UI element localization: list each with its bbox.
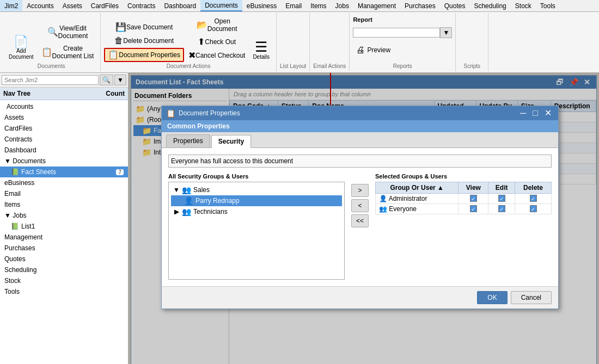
preview-button[interactable]: 🖨 Preview <box>353 44 452 57</box>
delete-document-button[interactable]: 🗑 Delete Document <box>104 34 184 47</box>
everyone-edit-checkbox[interactable]: ✓ <box>498 205 505 212</box>
dialog-maximize-button[interactable]: □ <box>530 109 540 118</box>
menu-management[interactable]: Management <box>353 0 400 11</box>
dialog-minimize-button[interactable]: ─ <box>518 109 528 118</box>
document-properties-dialog: 📋 Document Properties ─ □ ✕ Common Prope… <box>161 106 559 309</box>
nav-item-list1[interactable]: 📗 List1 <box>0 221 128 232</box>
menu-documents[interactable]: Documents <box>200 0 242 11</box>
remove-from-selected-button[interactable]: < <box>351 199 369 212</box>
view-edit-button[interactable]: 🔍 View/EditDocument <box>38 22 97 42</box>
cancel-button[interactable]: Cancel <box>511 291 552 304</box>
technicians-group-icon: 👥 <box>182 207 191 216</box>
delete-icon: 🗑 <box>114 36 123 45</box>
nav-item-management[interactable]: Management <box>0 232 128 243</box>
tab-security[interactable]: Security <box>211 135 251 148</box>
menu-stock[interactable]: Stock <box>511 0 536 11</box>
admin-view-cell: ✓ <box>459 194 488 204</box>
document-properties-button[interactable]: 📋 Document Properties <box>104 48 184 62</box>
col-edit[interactable]: Edit <box>488 182 515 194</box>
menu-contracts[interactable]: Contracts <box>123 0 160 11</box>
security-middle-buttons: > < << <box>349 173 371 238</box>
save-document-button[interactable]: 💾 Save Document <box>104 21 184 34</box>
security-tree: ▼ 👥 Sales 👤 Parry Rednapp <box>169 182 344 219</box>
nav-item-purchases[interactable]: Purchases <box>0 243 128 254</box>
admin-delete-cell: ✓ <box>515 194 552 204</box>
open-document-button[interactable]: 📂 OpenDocument <box>185 15 248 35</box>
count-label: Count <box>106 90 125 97</box>
menu-cardfiles[interactable]: CardFiles <box>87 0 123 11</box>
nav-item-tools[interactable]: Tools <box>0 286 128 297</box>
ribbon: 📄 AddDocument 🔍 View/EditDocument 📋 Crea… <box>0 12 599 73</box>
admin-delete-checkbox[interactable]: ✓ <box>530 195 537 202</box>
menu-jim2[interactable]: Jim2 <box>0 0 22 11</box>
nav-item-items[interactable]: Items <box>0 199 128 210</box>
ribbon-buttons-docs: 📄 AddDocument 🔍 View/EditDocument 📋 Crea… <box>5 15 97 62</box>
search-input[interactable] <box>2 75 99 85</box>
selected-table: Group Or User ▲ View Edit Delete <box>375 182 552 214</box>
menu-items[interactable]: Items <box>306 0 331 11</box>
security-right-panel: Selected Groups & Users Group Or User ▲ … <box>375 173 552 214</box>
security-tree-container[interactable]: ▼ 👥 Sales 👤 Parry Rednapp <box>168 182 345 280</box>
add-to-selected-button[interactable]: > <box>351 184 369 197</box>
nav-item-jobs[interactable]: ▼ Jobs <box>0 210 128 221</box>
col-delete[interactable]: Delete <box>515 182 552 194</box>
expand-sales-icon[interactable]: ▼ <box>173 186 180 194</box>
nav-item-cardfiles[interactable]: CardFiles <box>0 123 128 134</box>
nav-item-stock[interactable]: Stock <box>0 275 128 286</box>
everyone-view-checkbox[interactable]: ✓ <box>470 205 477 212</box>
menu-dashboard[interactable]: Dashboard <box>160 0 200 11</box>
report-input[interactable] <box>353 28 440 38</box>
checkout-button[interactable]: ⬆ Check Out <box>185 35 248 48</box>
dialog-body: Everyone has full access to this documen… <box>162 148 558 286</box>
nav-item-email[interactable]: Email <box>0 188 128 199</box>
menu-scheduling[interactable]: Scheduling <box>469 0 510 11</box>
nav-item-quotes[interactable]: Quotes <box>0 254 128 264</box>
nav-item-factsheets[interactable]: 📗 Fact Sheets 7 <box>0 166 128 177</box>
admin-edit-checkbox[interactable]: ✓ <box>498 195 505 202</box>
expand-technicians-icon[interactable]: ▶ <box>173 208 180 215</box>
col-view[interactable]: View <box>459 182 488 194</box>
menu-jobs[interactable]: Jobs <box>331 0 353 11</box>
remove-all-button[interactable]: << <box>351 214 369 227</box>
nav-item-contracts[interactable]: Contracts <box>0 134 128 145</box>
menu-accounts[interactable]: Accounts <box>22 0 58 11</box>
menu-ebusiness[interactable]: eBusiness <box>242 0 281 11</box>
checkout-label: Check Out <box>205 38 236 46</box>
tab-properties[interactable]: Properties <box>166 134 210 147</box>
menu-tools[interactable]: Tools <box>536 0 560 11</box>
nav-tree: Accounts Assets CardFiles Contracts Dash… <box>0 100 128 298</box>
nav-item-accounts[interactable]: Accounts <box>0 101 128 112</box>
ok-button[interactable]: OK <box>477 291 507 304</box>
ribbon-group-email-actions: Email Actions <box>310 13 350 71</box>
nav-item-dashboard[interactable]: Dashboard <box>0 145 128 156</box>
details-button[interactable]: ☰ Details <box>249 38 273 62</box>
doc-actions-group-label: Document Actions <box>167 62 211 69</box>
nav-item-assets[interactable]: Assets <box>0 112 128 123</box>
menu-purchases[interactable]: Purchases <box>400 0 440 11</box>
nav-item-scheduling[interactable]: Scheduling <box>0 264 128 275</box>
scripts-group-label: Scripts <box>463 62 480 69</box>
nav-item-documents[interactable]: ▼ Documents <box>0 156 128 166</box>
sales-group-icon: 👥 <box>182 186 191 194</box>
document-properties-label: Document Properties <box>119 51 180 59</box>
dialog-close-button[interactable]: ✕ <box>542 109 554 118</box>
report-dropdown-btn[interactable]: ▼ <box>440 27 452 38</box>
nav-item-ebusiness[interactable]: eBusiness <box>0 177 128 188</box>
menu-assets[interactable]: Assets <box>58 0 87 11</box>
add-document-button[interactable]: 📄 AddDocument <box>5 34 37 62</box>
admin-view-checkbox[interactable]: ✓ <box>470 195 477 202</box>
col-group-user[interactable]: Group Or User ▲ <box>376 182 459 194</box>
ribbon-group-list-layout: List Layout <box>277 13 310 71</box>
parry-user-icon: 👤 <box>184 196 193 205</box>
search-button[interactable]: 🔍 <box>100 75 113 85</box>
tree-item-parry[interactable]: 👤 Parry Rednapp <box>171 195 342 206</box>
tree-item-technicians[interactable]: ▶ 👥 Technicians <box>171 206 342 217</box>
cancel-checkout-button[interactable]: ✖ Cancel Checkout <box>185 49 248 62</box>
search-options-button[interactable]: ▼ <box>114 75 126 85</box>
tree-item-sales[interactable]: ▼ 👥 Sales <box>171 184 342 195</box>
menu-quotes[interactable]: Quotes <box>440 0 470 11</box>
menu-email[interactable]: Email <box>281 0 306 11</box>
everyone-delete-checkbox[interactable]: ✓ <box>530 205 537 212</box>
cancel-checkout-icon: ✖ <box>188 51 195 60</box>
create-list-button[interactable]: 📋 CreateDocument List <box>38 42 97 62</box>
